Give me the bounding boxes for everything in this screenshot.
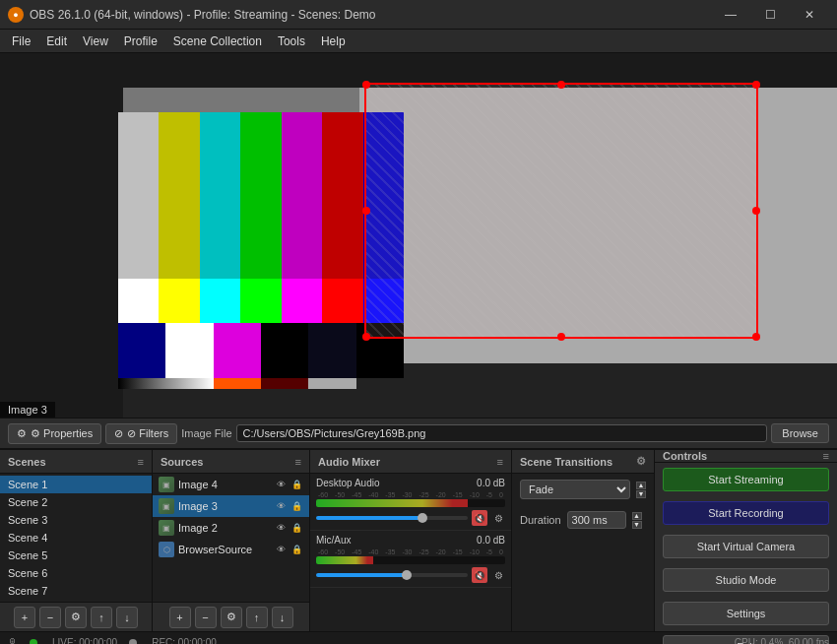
rec-label: REC: 00:00:00 [152, 637, 217, 644]
sources-footer: + − ⚙ ↑ ↓ [153, 602, 309, 631]
minimize-button[interactable]: — [711, 0, 750, 30]
scene-down-button[interactable]: ↓ [116, 607, 138, 628]
handle-bottom-center[interactable] [557, 333, 565, 341]
menu-scene-collection[interactable]: Scene Collection [165, 32, 270, 50]
source-settings-button[interactable]: ⚙ [221, 607, 242, 628]
source-actions-image4: 👁 🔒 [274, 478, 303, 491]
mic-audio-settings[interactable]: ⚙ [491, 568, 505, 582]
app-icon: ● [8, 7, 24, 23]
menu-help[interactable]: Help [313, 32, 354, 50]
desktop-audio-controls: 🔇 ⚙ [316, 510, 505, 526]
rec-indicator [129, 639, 137, 645]
source-item-browser[interactable]: ⬡ BrowserSource 👁 🔒 [153, 539, 309, 560]
close-button[interactable]: ✕ [790, 0, 829, 30]
scene-item-6[interactable]: Scene 6 [0, 564, 152, 582]
filters-button[interactable]: ⊘ ⊘ Filters [105, 423, 177, 444]
scene-item-5[interactable]: Scene 5 [0, 547, 152, 564]
studio-mode-button[interactable]: Studio Mode [663, 568, 829, 592]
menu-tools[interactable]: Tools [270, 32, 313, 50]
handle-top-center[interactable] [557, 81, 565, 89]
menu-profile[interactable]: Profile [116, 32, 165, 50]
selection-rectangle[interactable] [364, 83, 758, 339]
image-file-label: Image File [181, 427, 231, 439]
scene-remove-button[interactable]: − [39, 607, 61, 628]
start-streaming-button[interactable]: Start Streaming [663, 468, 829, 491]
maximize-button[interactable]: ☐ [750, 0, 790, 30]
menu-edit[interactable]: Edit [38, 32, 75, 50]
handle-mid-left[interactable] [362, 207, 370, 215]
mic-aux-header: Mic/Aux 0.0 dB [316, 535, 505, 546]
settings-button[interactable]: Settings [663, 602, 829, 625]
source-lock-image2[interactable]: 🔒 [290, 521, 303, 535]
transitions-menu-icon[interactable]: ⚙ [636, 455, 646, 468]
source-down-button[interactable]: ↓ [272, 607, 293, 628]
scene-settings-button[interactable]: ⚙ [65, 607, 87, 628]
scenes-menu-icon[interactable]: ≡ [138, 456, 144, 468]
source-lock-image4[interactable]: 🔒 [290, 478, 303, 491]
source-add-button[interactable]: + [169, 607, 191, 628]
transition-type-row: Fade Cut Swipe Slide ▲ ▼ [512, 474, 654, 505]
handle-bottom-right[interactable] [752, 333, 760, 341]
controls-menu-icon: ≡ [823, 450, 829, 462]
desktop-audio-settings[interactable]: ⚙ [491, 511, 505, 525]
cpu-label: CPU: 0.4%, 60.00 fps [735, 637, 829, 644]
browse-button[interactable]: Browse [771, 423, 829, 443]
transition-up-arrow[interactable]: ▲ [636, 482, 646, 489]
source-lock-browser[interactable]: 🔒 [290, 543, 303, 556]
start-recording-button[interactable]: Start Recording [663, 501, 829, 525]
file-path-input[interactable] [236, 424, 768, 442]
mic-aux-db: 0.0 dB [477, 535, 505, 546]
handle-top-left[interactable] [362, 81, 370, 89]
bottom-panels: Scenes ≡ Scene 1 Scene 2 Scene 3 Scene 4… [0, 449, 837, 631]
scene-item-3[interactable]: Scene 3 [0, 511, 152, 529]
menu-view[interactable]: View [75, 32, 116, 50]
start-virtual-camera-button[interactable]: Start Virtual Camera [663, 535, 829, 558]
scene-add-button[interactable]: + [14, 607, 35, 628]
transition-down-arrow[interactable]: ▼ [636, 490, 646, 498]
scene-item-2[interactable]: Scene 2 [0, 493, 152, 511]
source-name-browser: BrowserSource [178, 544, 270, 555]
duration-down-arrow[interactable]: ▼ [632, 521, 642, 529]
transition-type-select[interactable]: Fade Cut Swipe Slide [520, 480, 630, 499]
source-visibility-image4[interactable]: 👁 [274, 478, 288, 491]
mic-mute-button[interactable]: 🔇 [472, 567, 487, 583]
source-item-image4[interactable]: ▣ Image 4 👁 🔒 [153, 474, 309, 495]
source-icon-image3: ▣ [159, 498, 174, 514]
mic-volume-slider[interactable] [316, 573, 468, 577]
source-item-image3[interactable]: ▣ Image 3 👁 🔒 [153, 495, 309, 517]
scene-item-1[interactable]: Scene 1 [0, 476, 152, 493]
source-icon-browser: ⬡ [159, 542, 174, 557]
live-label: LIVE: 00:00:00 [52, 637, 117, 644]
source-lock-image3[interactable]: 🔒 [290, 499, 303, 513]
source-up-button[interactable]: ↑ [246, 607, 268, 628]
scene-up-button[interactable]: ↑ [91, 607, 112, 628]
scenes-list: Scene 1 Scene 2 Scene 3 Scene 4 Scene 5 … [0, 474, 152, 602]
duration-up-arrow[interactable]: ▲ [632, 512, 642, 520]
source-remove-button[interactable]: − [195, 607, 217, 628]
handle-top-right[interactable] [752, 81, 760, 89]
source-icon-image2: ▣ [159, 520, 174, 536]
source-item-image2[interactable]: ▣ Image 2 👁 🔒 [153, 517, 309, 539]
scenes-panel-header: Scenes ≡ [0, 450, 152, 474]
properties-button[interactable]: ⚙ ⚙ Properties [8, 423, 101, 444]
sources-menu-icon[interactable]: ≡ [295, 456, 301, 468]
duration-input[interactable] [567, 511, 626, 529]
desktop-audio-db: 0.0 dB [477, 478, 505, 488]
desktop-volume-slider[interactable] [316, 516, 468, 520]
desktop-mute-button[interactable]: 🔇 [472, 510, 487, 526]
window-controls: — ☐ ✕ [711, 0, 829, 30]
controls-title: Controls [663, 450, 707, 462]
sources-list: ▣ Image 4 👁 🔒 ▣ Image 3 👁 🔒 ▣ Image 2 [153, 474, 309, 602]
audio-menu-icon[interactable]: ≡ [497, 456, 503, 468]
sources-title: Sources [161, 456, 203, 468]
handle-bottom-left[interactable] [362, 333, 370, 341]
source-visibility-browser[interactable]: 👁 [274, 543, 288, 556]
mic-aux-controls: 🔇 ⚙ [316, 567, 505, 583]
desktop-audio-channel: Desktop Audio 0.0 dB -60-50-45-40-35-30-… [310, 474, 511, 531]
scene-item-4[interactable]: Scene 4 [0, 529, 152, 547]
handle-mid-right[interactable] [752, 207, 760, 215]
source-visibility-image3[interactable]: 👁 [274, 499, 288, 513]
menu-file[interactable]: File [4, 32, 38, 50]
source-visibility-image2[interactable]: 👁 [274, 521, 288, 535]
scene-item-7[interactable]: Scene 7 [0, 582, 152, 600]
